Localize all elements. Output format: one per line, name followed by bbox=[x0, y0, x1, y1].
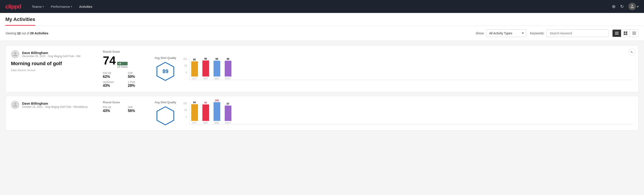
keywords-label: Keywords: bbox=[530, 32, 544, 35]
stat-pairs: FW Hit 62% GIR 50% Up/Down 43% 1 Putt 28… bbox=[103, 72, 148, 88]
fw-hit-stat: FW Hit 43% bbox=[103, 106, 122, 113]
main-nav: clippd Teams ▾ Performance ▾ Activities … bbox=[0, 0, 644, 13]
card-left: Dave Billingham October 16, 2021 - Gog M… bbox=[11, 100, 96, 126]
add-icon[interactable]: ⊕ bbox=[612, 4, 616, 9]
nav-right: ⊕ ↻ ▾ bbox=[612, 3, 639, 10]
nav-item-teams[interactable]: Teams ▾ bbox=[32, 5, 44, 8]
bar-app: 90 APP bbox=[202, 57, 209, 80]
y-label-50: 50 bbox=[184, 109, 187, 111]
svg-rect-0 bbox=[615, 32, 618, 32]
fw-hit-label: FW Hit bbox=[103, 72, 122, 75]
y-label-100: 100 bbox=[183, 102, 187, 105]
viewing-middle: out of bbox=[22, 32, 29, 35]
one-putt-stat: 1 Putt 28% bbox=[128, 80, 148, 88]
avatar bbox=[11, 50, 20, 58]
edit-button[interactable]: ✎ bbox=[628, 49, 635, 56]
avg-shot-hexagon: 89 bbox=[155, 61, 176, 82]
chevron-down-icon: ▾ bbox=[637, 4, 639, 9]
bar-body-putt-2 bbox=[225, 106, 232, 121]
nav-item-activities[interactable]: Activities bbox=[79, 5, 92, 8]
score-value: 74 bbox=[103, 55, 116, 66]
nav-label-teams: Teams bbox=[32, 5, 42, 8]
svg-rect-1 bbox=[615, 33, 618, 34]
svg-rect-6 bbox=[626, 34, 627, 35]
user-name: Dave Billingham bbox=[22, 102, 88, 105]
grid-view-button[interactable] bbox=[621, 30, 630, 37]
nav-label-performance: Performance bbox=[51, 5, 70, 8]
bar-value-ott-2: 94 bbox=[193, 101, 196, 104]
page-title: My Activities bbox=[5, 16, 35, 26]
hexagon-svg bbox=[155, 106, 176, 126]
gir-stat: GIR 56% bbox=[128, 106, 148, 113]
bar-ott-2: 94 OTT bbox=[191, 101, 198, 124]
card-stats: Round Score FW Hit 43% GIR 56% bbox=[103, 100, 148, 126]
svg-rect-9 bbox=[632, 34, 636, 34]
user-row: Dave Billingham October 16, 2021 - Gog M… bbox=[11, 100, 96, 109]
compact-view-button[interactable] bbox=[630, 30, 638, 37]
user-avatar-button[interactable]: ▾ bbox=[628, 3, 639, 10]
bar-label-arg: ARG bbox=[214, 78, 219, 80]
refresh-icon[interactable]: ↻ bbox=[620, 4, 624, 9]
card-left: Dave Billingham December 05, 2021 - Gog … bbox=[11, 50, 96, 88]
keywords-filter-group: Keywords: bbox=[530, 30, 609, 37]
nav-item-performance[interactable]: Performance ▾ bbox=[51, 5, 72, 8]
gir-value: 50% bbox=[128, 75, 148, 79]
show-label: Show: bbox=[476, 32, 484, 35]
bar-value-putt: 89 bbox=[226, 58, 229, 60]
gir-label: GIR bbox=[128, 72, 148, 75]
user-info: Dave Billingham December 05, 2021 - Gog … bbox=[22, 51, 80, 58]
bar-label-app-2: APP bbox=[204, 122, 208, 124]
bar-body-app-2 bbox=[202, 104, 209, 121]
search-input[interactable] bbox=[546, 30, 609, 37]
round-score-wrap: 74 +4 18 Holes bbox=[103, 55, 148, 68]
viewing-total: 29 bbox=[30, 32, 34, 35]
bar-body-ott bbox=[191, 61, 198, 76]
bar-label-putt: PUTT bbox=[225, 78, 231, 80]
fw-hit-value: 62% bbox=[103, 75, 122, 79]
bar-value-app-2: 93 bbox=[204, 101, 207, 104]
viewing-prefix: Viewing bbox=[5, 32, 16, 35]
svg-rect-4 bbox=[626, 32, 627, 33]
bar-putt-2: 87 PUTT bbox=[225, 102, 232, 124]
user-name: Dave Billingham bbox=[22, 51, 80, 55]
bar-body-arg-2 bbox=[214, 102, 220, 121]
avatar bbox=[628, 3, 636, 10]
bar-app-2: 93 APP bbox=[202, 101, 209, 124]
hex-value: 89 bbox=[162, 68, 168, 74]
bar-arg-2: 106 ARG bbox=[214, 99, 220, 124]
svg-rect-8 bbox=[632, 32, 636, 33]
nav-label-activities: Activities bbox=[79, 5, 92, 8]
bar-value-putt-2: 87 bbox=[226, 102, 229, 105]
activity-card: Dave Billingham October 16, 2021 - Gog M… bbox=[5, 96, 639, 130]
chevron-down-icon: ▾ bbox=[42, 5, 44, 8]
fw-hit-label: FW Hit bbox=[103, 106, 122, 109]
bar-body-ott-2 bbox=[191, 104, 198, 121]
svg-rect-7 bbox=[632, 32, 636, 32]
fw-hit-stat: FW Hit 62% bbox=[103, 72, 122, 79]
holes-label: 18 Holes bbox=[117, 65, 128, 68]
activity-type-select[interactable]: All Activity Types Round Practice bbox=[486, 30, 526, 37]
y-label-0: 0 bbox=[186, 116, 187, 118]
bar-value-ott: 85 bbox=[193, 58, 196, 61]
bar-chart-2: 100 50 0 94 OTT 93 APP bbox=[181, 102, 633, 124]
show-filter-group: Show: All Activity Types Round Practice bbox=[476, 30, 526, 37]
bar-label-putt-2: PUTT bbox=[225, 122, 231, 124]
bar-putt: 89 PUTT bbox=[225, 58, 232, 80]
hexagon-wrap: Avg Shot Quality 89 bbox=[155, 56, 176, 82]
svg-rect-10 bbox=[632, 34, 636, 35]
user-date: December 05, 2021 - Gog Magog Golf Club … bbox=[22, 55, 80, 58]
card-stats: Round Score 74 +4 18 Holes FW Hit 62% GI… bbox=[103, 50, 148, 88]
list-view-button[interactable] bbox=[612, 30, 621, 37]
viewing-count: 12 bbox=[17, 32, 21, 35]
gir-value: 56% bbox=[128, 109, 148, 113]
activity-card: ✎ Dave Billingham December 05, 2021 - Go… bbox=[5, 45, 639, 92]
chevron-down-icon: ▾ bbox=[71, 5, 72, 8]
round-score-label: Round Score bbox=[103, 100, 148, 104]
svg-rect-3 bbox=[624, 32, 625, 33]
bar-label-arg-2: ARG bbox=[214, 122, 219, 124]
svg-rect-5 bbox=[624, 34, 625, 35]
updown-label: Up/Down bbox=[103, 80, 122, 84]
bar-label-ott-2: OTT bbox=[192, 122, 197, 124]
logo[interactable]: clippd bbox=[5, 3, 21, 10]
user-info: Dave Billingham October 16, 2021 - Gog M… bbox=[22, 102, 88, 108]
